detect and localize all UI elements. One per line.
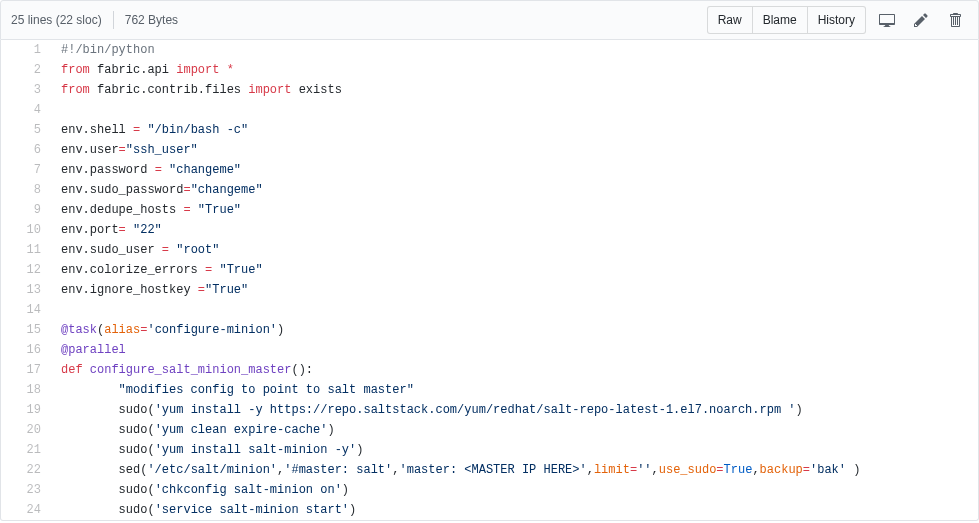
line-content[interactable]: env.shell = "/bin/bash -c" [51,120,978,140]
line-number[interactable]: 17 [1,360,51,380]
code-table: 1#!/bin/python2from fabric.api import *3… [1,40,978,520]
line-number[interactable]: 21 [1,440,51,460]
line-number[interactable]: 22 [1,460,51,480]
code-line: 12env.colorize_errors = "True" [1,260,978,280]
code-line: 16@parallel [1,340,978,360]
line-number[interactable]: 8 [1,180,51,200]
line-content[interactable]: env.sudo_user = "root" [51,240,978,260]
lines-count: 25 lines (22 sloc) [11,13,102,27]
line-content[interactable]: env.user="ssh_user" [51,140,978,160]
line-number[interactable]: 2 [1,60,51,80]
line-content[interactable]: sudo('yum install -y https://repo.saltst… [51,400,978,420]
line-number[interactable]: 15 [1,320,51,340]
line-number[interactable]: 18 [1,380,51,400]
line-number[interactable]: 7 [1,160,51,180]
line-content[interactable]: sed('/etc/salt/minion','#master: salt','… [51,460,978,480]
code-line: 23 sudo('chkconfig salt-minion on') [1,480,978,500]
code-line: 19 sudo('yum install -y https://repo.sal… [1,400,978,420]
raw-button[interactable]: Raw [707,6,753,34]
line-number[interactable]: 4 [1,100,51,120]
line-content[interactable]: "modifies config to point to salt master… [51,380,978,400]
code-line: 21 sudo('yum install salt-minion -y') [1,440,978,460]
line-number[interactable]: 19 [1,400,51,420]
file-size: 762 Bytes [125,13,178,27]
file-header: 25 lines (22 sloc) 762 Bytes Raw Blame H… [0,0,979,40]
line-number[interactable]: 9 [1,200,51,220]
line-content[interactable]: env.ignore_hostkey ="True" [51,280,978,300]
line-content[interactable]: env.port= "22" [51,220,978,240]
file-actions: Raw Blame History [707,6,968,34]
line-number[interactable]: 14 [1,300,51,320]
code-line: 1#!/bin/python [1,40,978,60]
line-number[interactable]: 3 [1,80,51,100]
code-line: 6env.user="ssh_user" [1,140,978,160]
code-line: 10env.port= "22" [1,220,978,240]
pencil-icon[interactable] [908,7,934,33]
line-content[interactable] [51,100,978,120]
line-content[interactable]: sudo('yum install salt-minion -y') [51,440,978,460]
code-line: 11env.sudo_user = "root" [1,240,978,260]
line-number[interactable]: 5 [1,120,51,140]
line-number[interactable]: 1 [1,40,51,60]
line-content[interactable]: #!/bin/python [51,40,978,60]
line-content[interactable]: @task(alias='configure-minion') [51,320,978,340]
line-content[interactable]: sudo('yum clean expire-cache') [51,420,978,440]
line-number[interactable]: 20 [1,420,51,440]
code-line: 18 "modifies config to point to salt mas… [1,380,978,400]
code-blob: 1#!/bin/python2from fabric.api import *3… [0,40,979,521]
line-content[interactable]: env.dedupe_hosts = "True" [51,200,978,220]
code-line: 5env.shell = "/bin/bash -c" [1,120,978,140]
line-number[interactable]: 13 [1,280,51,300]
code-line: 14 [1,300,978,320]
line-number[interactable]: 24 [1,500,51,520]
code-line: 15@task(alias='configure-minion') [1,320,978,340]
code-line: 22 sed('/etc/salt/minion','#master: salt… [1,460,978,480]
desktop-icon[interactable] [874,7,900,33]
code-line: 7env.password = "changeme" [1,160,978,180]
line-content[interactable]: from fabric.contrib.files import exists [51,80,978,100]
blame-button[interactable]: Blame [752,6,808,34]
line-content[interactable]: @parallel [51,340,978,360]
code-line: 13env.ignore_hostkey ="True" [1,280,978,300]
button-group: Raw Blame History [707,6,866,34]
line-content[interactable]: env.password = "changeme" [51,160,978,180]
code-line: 2from fabric.api import * [1,60,978,80]
line-content[interactable]: env.sudo_password="changeme" [51,180,978,200]
line-content[interactable]: def configure_salt_minion_master(): [51,360,978,380]
file-info: 25 lines (22 sloc) 762 Bytes [11,11,178,29]
history-button[interactable]: History [807,6,866,34]
line-content[interactable]: sudo('service salt-minion start') [51,500,978,520]
line-number[interactable]: 10 [1,220,51,240]
divider [113,11,114,29]
code-line: 17def configure_salt_minion_master(): [1,360,978,380]
line-number[interactable]: 12 [1,260,51,280]
line-content[interactable]: from fabric.api import * [51,60,978,80]
code-line: 3from fabric.contrib.files import exists [1,80,978,100]
line-content[interactable]: sudo('chkconfig salt-minion on') [51,480,978,500]
line-content[interactable] [51,300,978,320]
code-line: 24 sudo('service salt-minion start') [1,500,978,520]
trash-icon[interactable] [942,7,968,33]
line-number[interactable]: 23 [1,480,51,500]
line-number[interactable]: 6 [1,140,51,160]
code-line: 8env.sudo_password="changeme" [1,180,978,200]
code-line: 9env.dedupe_hosts = "True" [1,200,978,220]
line-number[interactable]: 16 [1,340,51,360]
code-line: 20 sudo('yum clean expire-cache') [1,420,978,440]
line-content[interactable]: env.colorize_errors = "True" [51,260,978,280]
line-number[interactable]: 11 [1,240,51,260]
code-line: 4 [1,100,978,120]
